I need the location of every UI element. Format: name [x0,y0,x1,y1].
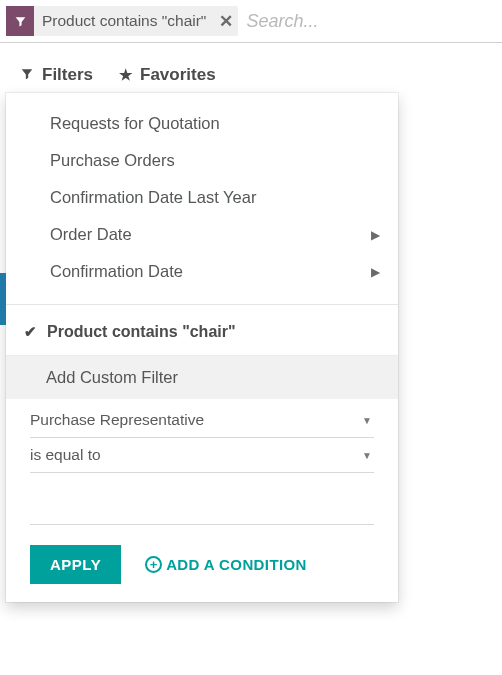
add-condition-label: ADD A CONDITION [166,556,307,573]
search-facet: Product contains "chair" ✕ [6,6,238,36]
filter-item-label: Order Date [50,225,132,244]
filter-icon [20,67,34,84]
divider [6,304,398,305]
filter-item-conf-date-last-year[interactable]: Confirmation Date Last Year [6,179,398,216]
plus-icon: + [145,556,162,573]
active-filter-item[interactable]: ✔ Product contains "chair" [6,309,398,355]
search-bar: Product contains "chair" ✕ [0,0,502,43]
filter-presets: Requests for Quotation Purchase Orders C… [6,93,398,300]
chevron-right-icon: ▶ [371,228,380,242]
filter-item-label: Requests for Quotation [50,114,220,133]
chevron-right-icon: ▶ [371,265,380,279]
chevron-down-icon: ▼ [362,450,372,461]
custom-filter-body: Purchase Representative ▼ is equal to ▼ … [6,399,398,602]
filters-panel: Requests for Quotation Purchase Orders C… [6,93,398,602]
filter-item-label: Purchase Orders [50,151,175,170]
filter-item-rfq[interactable]: Requests for Quotation [6,105,398,142]
filters-dropdown-toggle[interactable]: Filters [20,65,93,85]
filters-panel-wrap: Requests for Quotation Purchase Orders C… [6,93,502,602]
field-select-value: Purchase Representative [30,411,204,429]
operator-select[interactable]: is equal to ▼ [30,438,374,473]
search-facet-label: Product contains "chair" [34,6,214,36]
search-input[interactable] [246,9,494,34]
operator-select-value: is equal to [30,446,101,464]
filter-icon [6,6,34,36]
active-filter-label: Product contains "chair" [47,323,236,341]
favorites-label: Favorites [140,65,216,85]
filter-item-label: Confirmation Date [50,262,183,281]
filter-item-order-date[interactable]: Order Date ▶ [6,216,398,253]
filters-label: Filters [42,65,93,85]
favorites-dropdown-toggle[interactable]: ★ Favorites [119,65,216,85]
remove-facet-button[interactable]: ✕ [214,6,238,36]
filter-item-label: Confirmation Date Last Year [50,188,256,207]
add-custom-filter-header[interactable]: Add Custom Filter [6,355,398,399]
check-icon: ✔ [24,323,37,341]
field-select[interactable]: Purchase Representative ▼ [30,403,374,438]
filter-item-purchase-orders[interactable]: Purchase Orders [6,142,398,179]
add-custom-filter-label: Add Custom Filter [46,368,178,386]
filter-toolbar: Filters ★ Favorites [0,43,502,95]
custom-filter-actions: APPLY + ADD A CONDITION [30,525,374,584]
value-input[interactable] [30,487,374,525]
apply-button[interactable]: APPLY [30,545,121,584]
star-icon: ★ [119,66,132,84]
chevron-down-icon: ▼ [362,415,372,426]
filter-item-confirmation-date[interactable]: Confirmation Date ▶ [6,253,398,290]
add-condition-button[interactable]: + ADD A CONDITION [145,556,307,573]
